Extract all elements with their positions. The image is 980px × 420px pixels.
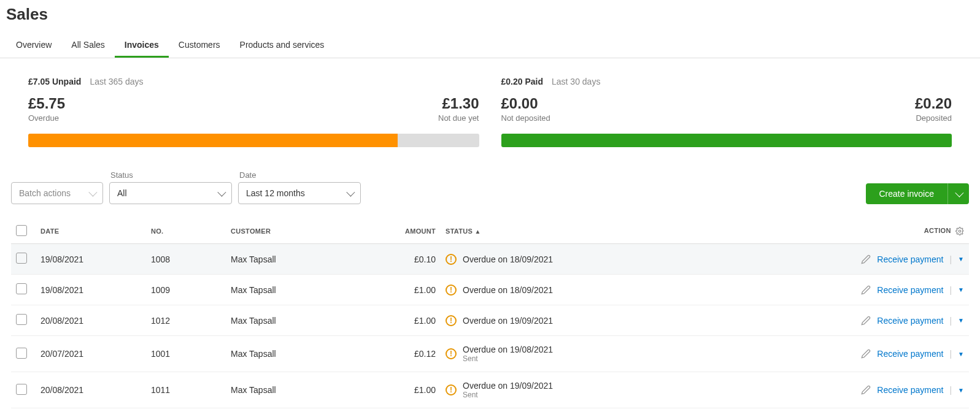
chevron-down-icon: [346, 188, 355, 197]
row-amount: £1.00: [367, 275, 441, 305]
tab-products-and-services[interactable]: Products and services: [230, 34, 334, 58]
col-customer[interactable]: CUSTOMER: [226, 219, 367, 244]
deposited-label: Deposited: [915, 113, 952, 123]
status-text: Overdue on 19/09/2021: [463, 316, 553, 326]
tab-overview[interactable]: Overview: [6, 34, 61, 58]
paid-summary[interactable]: £0.20 Paid Last 30 days £0.00 Not deposi…: [501, 77, 952, 147]
svg-point-0: [959, 230, 961, 232]
alert-icon: !: [446, 254, 457, 265]
receive-payment-link[interactable]: Receive payment: [877, 385, 943, 395]
not-due-amount: £1.30: [438, 95, 479, 112]
row-customer: Max Tapsall: [226, 244, 367, 275]
unpaid-progress-bar: [28, 134, 479, 147]
col-amount[interactable]: AMOUNT: [367, 219, 441, 244]
col-date[interactable]: DATE: [36, 219, 146, 244]
receive-payment-link[interactable]: Receive payment: [877, 254, 943, 264]
receive-payment-link[interactable]: Receive payment: [877, 349, 943, 359]
row-customer: Max Tapsall: [226, 336, 367, 372]
not-deposited-amount: £0.00: [501, 95, 550, 112]
action-caret[interactable]: ▼: [958, 387, 964, 394]
tab-customers[interactable]: Customers: [169, 34, 230, 58]
status-filter-dropdown[interactable]: All: [109, 182, 232, 204]
row-date: 19/08/2021: [36, 275, 146, 305]
select-all-checkbox[interactable]: [16, 225, 27, 236]
row-checkbox[interactable]: [16, 314, 27, 325]
overdue-label: Overdue: [28, 113, 65, 123]
table-row[interactable]: 20/08/2021 1011 Max Tapsall £1.00 ! Over…: [11, 372, 969, 408]
table-row[interactable]: 20/07/2021 1001 Max Tapsall £0.12 ! Over…: [11, 336, 969, 372]
chevron-down-icon: [955, 189, 963, 197]
row-no: 1001: [146, 336, 226, 372]
create-invoice-button[interactable]: Create invoice: [866, 183, 948, 204]
separator: |: [949, 254, 952, 264]
edit-icon[interactable]: [861, 385, 871, 395]
batch-actions-dropdown[interactable]: Batch actions: [11, 182, 103, 204]
row-customer: Max Tapsall: [226, 305, 367, 336]
unpaid-summary[interactable]: £7.05 Unpaid Last 365 days £5.75 Overdue…: [28, 77, 479, 147]
overdue-amount: £5.75: [28, 95, 65, 112]
alert-icon: !: [446, 284, 457, 296]
gear-icon[interactable]: [955, 227, 964, 235]
page-title: Sales: [0, 0, 980, 24]
alert-icon: !: [446, 384, 457, 395]
chevron-down-icon: [88, 188, 97, 197]
table-row[interactable]: 20/08/2021 1012 Max Tapsall £1.00 ! Over…: [11, 305, 969, 336]
receive-payment-link[interactable]: Receive payment: [877, 285, 943, 295]
row-amount: £0.12: [367, 336, 441, 372]
row-customer: Max Tapsall: [226, 372, 367, 408]
tabs-nav: OverviewAll SalesInvoicesCustomersProduc…: [0, 34, 980, 58]
separator: |: [949, 285, 952, 295]
status-text: Overdue on 18/09/2021: [463, 254, 553, 264]
row-checkbox[interactable]: [16, 348, 27, 359]
not-deposited-label: Not deposited: [501, 113, 550, 123]
row-amount: £0.10: [367, 244, 441, 275]
action-caret[interactable]: ▼: [958, 317, 964, 324]
status-text: Overdue on 19/08/2021: [463, 345, 553, 354]
summary-panel: £7.05 Unpaid Last 365 days £5.75 Overdue…: [0, 58, 980, 153]
create-invoice-caret-button[interactable]: [947, 183, 969, 204]
separator: |: [949, 385, 952, 395]
status-sub: Sent: [463, 354, 553, 363]
batch-actions-label: Batch actions: [19, 188, 71, 198]
row-date: 19/08/2021: [36, 244, 146, 275]
row-checkbox[interactable]: [16, 283, 27, 294]
row-date: 20/07/2021: [36, 336, 146, 372]
edit-icon[interactable]: [861, 316, 871, 326]
receive-payment-link[interactable]: Receive payment: [877, 316, 943, 326]
alert-icon: !: [446, 348, 457, 359]
table-row[interactable]: 19/08/2021 1009 Max Tapsall £1.00 ! Over…: [11, 275, 969, 305]
filters-row: Batch actions Status All Date Last 12 mo…: [0, 153, 980, 210]
deposited-amount: £0.20: [915, 95, 952, 112]
table-row[interactable]: 19/08/2021 1008 Max Tapsall £0.10 ! Over…: [11, 244, 969, 275]
date-filter-value: Last 12 months: [246, 188, 305, 198]
sort-asc-icon: ▲: [475, 228, 481, 235]
col-status[interactable]: STATUS ▲: [441, 219, 637, 244]
tab-all-sales[interactable]: All Sales: [61, 34, 114, 58]
edit-icon[interactable]: [861, 349, 871, 359]
tab-invoices[interactable]: Invoices: [115, 34, 169, 58]
row-no: 1009: [146, 275, 226, 305]
action-caret[interactable]: ▼: [958, 351, 964, 357]
row-date: 20/08/2021: [36, 372, 146, 408]
status-sub: Sent: [463, 391, 553, 399]
col-no[interactable]: NO.: [146, 219, 226, 244]
row-checkbox[interactable]: [16, 253, 27, 264]
alert-icon: !: [446, 315, 457, 326]
edit-icon[interactable]: [861, 254, 871, 264]
row-amount: £1.00: [367, 372, 441, 408]
row-checkbox[interactable]: [16, 384, 27, 395]
row-no: 1012: [146, 305, 226, 336]
status-text: Overdue on 18/09/2021: [463, 285, 553, 295]
row-date: 20/08/2021: [36, 305, 146, 336]
col-action: ACTION: [637, 219, 969, 244]
action-caret[interactable]: ▼: [958, 286, 964, 293]
row-no: 1008: [146, 244, 226, 275]
status-filter-value: All: [117, 188, 127, 198]
action-caret[interactable]: ▼: [958, 256, 964, 262]
row-customer: Max Tapsall: [226, 275, 367, 305]
separator: |: [949, 316, 952, 326]
edit-icon[interactable]: [861, 285, 871, 295]
paid-total: £0.20 Paid: [501, 77, 544, 86]
separator: |: [949, 349, 952, 359]
date-filter-dropdown[interactable]: Last 12 months: [238, 182, 361, 204]
